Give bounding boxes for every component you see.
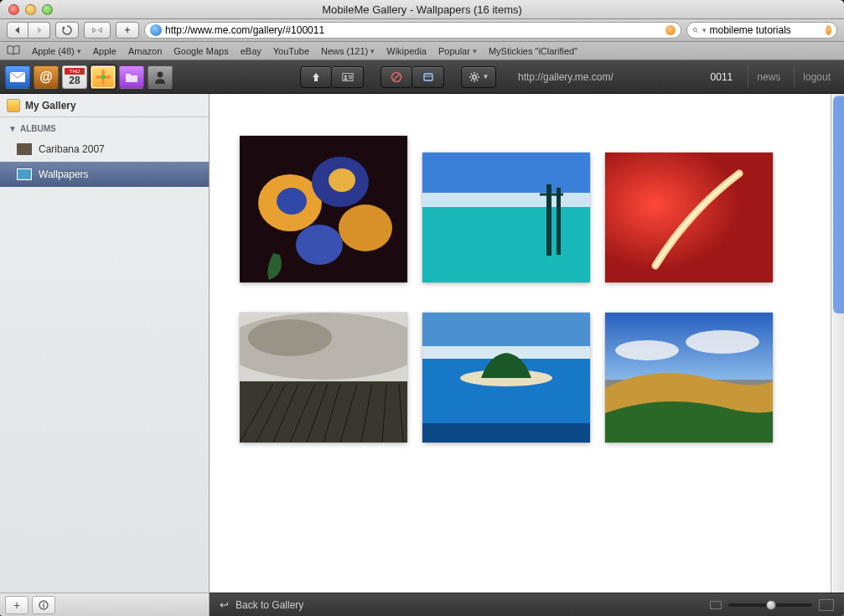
gallery-item[interactable]: 00988_paradiselost_1280x800	[422, 313, 590, 443]
forward-button[interactable]	[28, 22, 50, 39]
send-to-button[interactable]	[412, 66, 444, 88]
info-icon	[39, 600, 49, 610]
bookmark-item[interactable]: Amazon	[128, 46, 162, 56]
small-thumb-icon[interactable]	[710, 601, 722, 609]
gallery-item[interactable]: MobileMe Photo: Wallpapers	[240, 153, 407, 282]
bookmark-label: MyStickies "iClarified"	[489, 46, 577, 56]
hide-button[interactable]	[381, 66, 412, 88]
scrollbar-thumb[interactable]	[833, 96, 844, 313]
svg-rect-60	[422, 423, 590, 443]
albums-section-header[interactable]: ▼ ALBUMS	[0, 117, 209, 137]
svg-point-8	[106, 75, 111, 79]
upload-button[interactable]	[300, 66, 332, 88]
reload-icon	[62, 25, 72, 35]
rss-icon[interactable]	[665, 25, 676, 35]
bookmark-item[interactable]: eBay	[241, 46, 261, 56]
plus-icon: +	[13, 598, 20, 612]
gallery-item[interactable]: img33	[605, 313, 773, 443]
svg-rect-39	[557, 188, 561, 255]
card-icon	[422, 71, 434, 83]
gallery-footer: ↩ Back to Gallery	[210, 593, 844, 616]
bookmark-label: Popular	[438, 46, 470, 56]
calendar-date-label: 28	[69, 75, 80, 86]
address-bar[interactable]	[144, 22, 681, 39]
bookmark-item[interactable]: Google Maps	[173, 46, 228, 56]
globe-favicon-icon	[150, 24, 162, 36]
bookmarks-bar: Apple (48)▾ Apple Amazon Google Maps eBa…	[0, 42, 844, 60]
slider-knob[interactable]	[766, 600, 776, 610]
photo-thumbnail	[605, 313, 773, 443]
gallery-main-area: MobileMe Photo: Wallpapers 00715_driftin…	[210, 94, 844, 593]
add-album-button[interactable]: +	[5, 596, 28, 614]
size-slider[interactable]	[728, 603, 812, 607]
gallery-app-button[interactable]	[91, 65, 116, 89]
my-gallery-link[interactable]: My Gallery	[0, 94, 209, 117]
mail-app-button[interactable]	[5, 65, 30, 89]
public-url-label: http://gallery.me.com/	[518, 71, 614, 83]
svg-rect-45	[240, 381, 407, 443]
bookmark-item[interactable]: Apple	[93, 46, 117, 56]
bookmark-label: News (121)	[321, 46, 368, 56]
gallery-item[interactable]: 00754_dramaticsky_1280x800	[240, 313, 407, 443]
sunflower-icon	[96, 70, 111, 85]
settings-menu-button[interactable]: ▼	[461, 66, 496, 88]
bookmark-item[interactable]: News (121)▾	[321, 46, 375, 56]
vertical-scrollbar[interactable]	[831, 94, 844, 593]
news-link[interactable]: news	[748, 66, 789, 88]
svg-rect-17	[424, 74, 432, 80]
browser-toolbar: + ▾	[0, 19, 844, 42]
add-bookmark-button[interactable]: +	[116, 22, 139, 39]
envelope-icon	[10, 72, 25, 82]
tell-friend-button[interactable]	[332, 66, 364, 88]
bookmark-item[interactable]: YouTube	[273, 46, 309, 56]
search-input[interactable]	[710, 24, 822, 36]
sidebar-album-item[interactable]: Caribana 2007	[0, 137, 209, 162]
bookmark-item[interactable]: Apple (48)▾	[32, 46, 81, 56]
bookmark-item[interactable]: MyStickies "iClarified"	[489, 46, 577, 56]
bonjour-button[interactable]	[84, 22, 111, 39]
logout-link[interactable]: logout	[794, 66, 839, 88]
window-title: MobileMe Gallery - Wallpapers (16 items)	[0, 3, 844, 16]
svg-point-6	[101, 80, 105, 85]
address-card-icon	[342, 71, 354, 83]
reload-button[interactable]	[55, 22, 79, 39]
close-window-button[interactable]	[8, 4, 19, 15]
search-field[interactable]: ▾	[686, 22, 837, 39]
large-thumb-icon[interactable]	[819, 599, 834, 611]
bookmark-label: Apple (48)	[32, 46, 75, 56]
album-label: Wallpapers	[39, 168, 89, 180]
gallery-item[interactable]: 00652_leaf06_1280x800	[605, 153, 773, 282]
minimize-window-button[interactable]	[25, 4, 36, 15]
svg-rect-37	[422, 207, 590, 282]
svg-line-26	[476, 73, 477, 74]
idisk-app-button[interactable]	[119, 65, 144, 89]
window-titlebar: MobileMe Gallery - Wallpapers (16 items)	[0, 0, 844, 19]
contacts-app-button[interactable]: @	[34, 65, 59, 89]
snapback-icon[interactable]	[826, 25, 832, 35]
sidebar-album-item[interactable]: Wallpapers	[0, 162, 209, 187]
url-input[interactable]	[165, 24, 662, 36]
album-thumbnail-icon	[17, 168, 32, 180]
bookmark-item[interactable]: Wikipedia	[386, 46, 427, 56]
svg-line-1	[696, 31, 698, 33]
photo-thumbnail	[422, 313, 590, 443]
calendar-app-button[interactable]: THU 28	[62, 65, 87, 89]
info-button[interactable]	[32, 596, 55, 614]
svg-point-4	[101, 75, 106, 80]
triangle-right-icon	[34, 25, 44, 35]
plus-icon: +	[124, 24, 130, 36]
album-thumbnail-icon	[17, 143, 32, 155]
zoom-window-button[interactable]	[42, 4, 53, 15]
gallery-item[interactable]: 00715_driftin_1280x800	[422, 153, 590, 282]
svg-line-25	[476, 79, 477, 80]
back-to-gallery-link[interactable]: Back to Gallery	[236, 599, 303, 611]
bookmark-label: Wikipedia	[386, 46, 427, 56]
thumbnail-grid: MobileMe Photo: Wallpapers 00715_driftin…	[210, 94, 844, 459]
account-app-button[interactable]	[148, 65, 173, 89]
thumbnail-size-control	[710, 599, 834, 611]
back-button[interactable]	[7, 22, 28, 39]
bookmark-label: eBay	[241, 46, 261, 56]
show-bookmarks-button[interactable]	[7, 45, 20, 57]
bookmark-label: Amazon	[128, 46, 162, 56]
bookmark-item[interactable]: Popular▾	[438, 46, 477, 56]
